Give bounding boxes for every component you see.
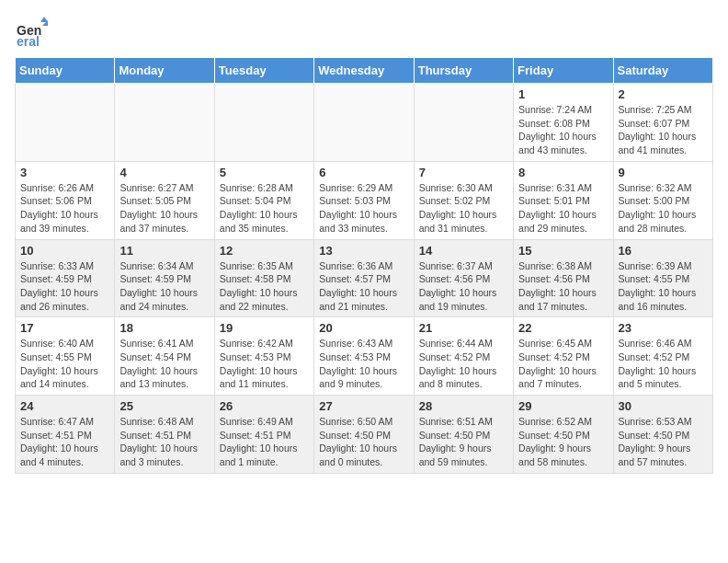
day-info: Sunrise: 6:37 AM Sunset: 4:56 PM Dayligh…	[419, 259, 508, 314]
calendar-cell: 20Sunrise: 6:43 AM Sunset: 4:53 PM Dayli…	[314, 317, 414, 396]
day-info: Sunrise: 6:46 AM Sunset: 4:52 PM Dayligh…	[619, 337, 708, 391]
day-info: Sunrise: 7:24 AM Sunset: 6:08 PM Dayligh…	[518, 103, 608, 157]
calendar-cell	[115, 84, 214, 162]
day-number: 14	[419, 244, 508, 258]
day-number: 28	[419, 399, 508, 413]
calendar-cell: 18Sunrise: 6:41 AM Sunset: 4:54 PM Dayli…	[115, 317, 214, 396]
day-number: 17	[20, 321, 109, 335]
calendar-cell: 25Sunrise: 6:48 AM Sunset: 4:51 PM Dayli…	[115, 396, 214, 474]
day-number: 25	[119, 399, 209, 413]
day-number: 15	[518, 244, 608, 258]
day-info: Sunrise: 6:33 AM Sunset: 4:59 PM Dayligh…	[20, 259, 109, 314]
day-number: 12	[220, 244, 309, 258]
day-number: 20	[319, 321, 408, 335]
day-number: 27	[319, 399, 408, 413]
day-number: 8	[518, 166, 608, 179]
calendar-cell: 15Sunrise: 6:38 AM Sunset: 4:56 PM Dayli…	[514, 239, 613, 317]
day-info: Sunrise: 6:49 AM Sunset: 4:51 PM Dayligh…	[220, 415, 309, 469]
day-info: Sunrise: 6:50 AM Sunset: 4:50 PM Dayligh…	[319, 415, 408, 469]
day-info: Sunrise: 6:35 AM Sunset: 4:58 PM Dayligh…	[220, 259, 309, 314]
day-info: Sunrise: 6:40 AM Sunset: 4:55 PM Dayligh…	[20, 337, 109, 391]
weekday-header-monday: Monday	[115, 58, 214, 84]
day-info: Sunrise: 6:45 AM Sunset: 4:52 PM Dayligh…	[518, 337, 608, 391]
calendar-cell	[314, 84, 414, 162]
calendar-cell	[16, 84, 115, 162]
day-number: 29	[518, 399, 608, 413]
calendar-week-3: 10Sunrise: 6:33 AM Sunset: 4:59 PM Dayli…	[16, 239, 713, 317]
logo: Gen eral	[15, 15, 51, 48]
calendar-cell: 28Sunrise: 6:51 AM Sunset: 4:50 PM Dayli…	[414, 396, 513, 474]
day-number: 9	[619, 166, 708, 179]
calendar-cell: 10Sunrise: 6:33 AM Sunset: 4:59 PM Dayli…	[16, 239, 115, 317]
day-info: Sunrise: 6:29 AM Sunset: 5:03 PM Dayligh…	[319, 181, 408, 236]
calendar-cell: 8Sunrise: 6:31 AM Sunset: 5:01 PM Daylig…	[514, 161, 613, 239]
day-info: Sunrise: 6:36 AM Sunset: 4:57 PM Dayligh…	[319, 259, 408, 314]
day-number: 2	[619, 87, 708, 101]
calendar-cell: 23Sunrise: 6:46 AM Sunset: 4:52 PM Dayli…	[613, 317, 712, 396]
calendar-cell: 1Sunrise: 7:24 AM Sunset: 6:08 PM Daylig…	[514, 84, 613, 162]
day-info: Sunrise: 6:51 AM Sunset: 4:50 PM Dayligh…	[419, 415, 508, 469]
day-info: Sunrise: 6:52 AM Sunset: 4:50 PM Dayligh…	[518, 415, 608, 469]
day-info: Sunrise: 6:26 AM Sunset: 5:06 PM Dayligh…	[20, 181, 109, 236]
page-header: Gen eral	[15, 15, 713, 48]
calendar-cell: 21Sunrise: 6:44 AM Sunset: 4:52 PM Dayli…	[414, 317, 513, 396]
calendar-week-2: 3Sunrise: 6:26 AM Sunset: 5:06 PM Daylig…	[16, 161, 713, 239]
calendar-cell: 22Sunrise: 6:45 AM Sunset: 4:52 PM Dayli…	[514, 317, 613, 396]
calendar-week-5: 24Sunrise: 6:47 AM Sunset: 4:51 PM Dayli…	[16, 396, 713, 474]
day-number: 3	[20, 166, 109, 179]
day-number: 19	[220, 321, 309, 335]
day-number: 4	[119, 166, 209, 179]
day-info: Sunrise: 6:47 AM Sunset: 4:51 PM Dayligh…	[20, 415, 109, 469]
calendar-cell	[414, 84, 513, 162]
logo-icon: Gen eral	[15, 15, 48, 48]
calendar-cell: 7Sunrise: 6:30 AM Sunset: 5:02 PM Daylig…	[414, 161, 513, 239]
calendar-week-4: 17Sunrise: 6:40 AM Sunset: 4:55 PM Dayli…	[16, 317, 713, 396]
calendar-cell: 5Sunrise: 6:28 AM Sunset: 5:04 PM Daylig…	[214, 161, 313, 239]
calendar-cell: 29Sunrise: 6:52 AM Sunset: 4:50 PM Dayli…	[514, 396, 613, 474]
day-number: 21	[419, 321, 508, 335]
calendar-cell: 27Sunrise: 6:50 AM Sunset: 4:50 PM Dayli…	[314, 396, 414, 474]
weekday-header-tuesday: Tuesday	[214, 58, 313, 84]
svg-text:eral: eral	[17, 34, 40, 48]
day-info: Sunrise: 6:43 AM Sunset: 4:53 PM Dayligh…	[319, 337, 408, 391]
calendar-cell: 13Sunrise: 6:36 AM Sunset: 4:57 PM Dayli…	[314, 239, 414, 317]
day-info: Sunrise: 6:28 AM Sunset: 5:04 PM Dayligh…	[220, 181, 309, 236]
day-info: Sunrise: 6:27 AM Sunset: 5:05 PM Dayligh…	[119, 181, 209, 236]
day-info: Sunrise: 6:31 AM Sunset: 5:01 PM Dayligh…	[518, 181, 608, 236]
calendar-header: SundayMondayTuesdayWednesdayThursdayFrid…	[16, 58, 713, 84]
calendar-cell	[214, 84, 313, 162]
day-info: Sunrise: 6:53 AM Sunset: 4:50 PM Dayligh…	[619, 415, 708, 469]
day-info: Sunrise: 6:30 AM Sunset: 5:02 PM Dayligh…	[419, 181, 508, 236]
day-number: 5	[220, 166, 309, 179]
day-number: 26	[220, 399, 309, 413]
calendar-cell: 24Sunrise: 6:47 AM Sunset: 4:51 PM Dayli…	[16, 396, 115, 474]
day-number: 7	[419, 166, 508, 179]
day-number: 22	[518, 321, 608, 335]
day-number: 1	[518, 87, 608, 101]
calendar-cell: 12Sunrise: 6:35 AM Sunset: 4:58 PM Dayli…	[214, 239, 313, 317]
day-number: 13	[319, 244, 408, 258]
day-number: 23	[619, 321, 708, 335]
weekday-header-wednesday: Wednesday	[314, 58, 414, 84]
weekday-header-friday: Friday	[514, 58, 613, 84]
day-number: 30	[619, 399, 708, 413]
day-info: Sunrise: 6:39 AM Sunset: 4:55 PM Dayligh…	[619, 259, 708, 314]
day-info: Sunrise: 7:25 AM Sunset: 6:07 PM Dayligh…	[619, 103, 708, 157]
day-number: 10	[20, 244, 109, 258]
calendar-cell: 30Sunrise: 6:53 AM Sunset: 4:50 PM Dayli…	[613, 396, 712, 474]
day-number: 24	[20, 399, 109, 413]
calendar-table: SundayMondayTuesdayWednesdayThursdayFrid…	[15, 57, 713, 474]
weekday-header-saturday: Saturday	[613, 58, 712, 84]
day-number: 11	[119, 244, 209, 258]
day-number: 6	[319, 166, 408, 179]
day-info: Sunrise: 6:44 AM Sunset: 4:52 PM Dayligh…	[419, 337, 508, 391]
calendar-cell: 17Sunrise: 6:40 AM Sunset: 4:55 PM Dayli…	[16, 317, 115, 396]
calendar-cell: 4Sunrise: 6:27 AM Sunset: 5:05 PM Daylig…	[115, 161, 214, 239]
calendar-cell: 14Sunrise: 6:37 AM Sunset: 4:56 PM Dayli…	[414, 239, 513, 317]
calendar-cell: 9Sunrise: 6:32 AM Sunset: 5:00 PM Daylig…	[613, 161, 712, 239]
calendar-cell: 3Sunrise: 6:26 AM Sunset: 5:06 PM Daylig…	[16, 161, 115, 239]
calendar-cell: 26Sunrise: 6:49 AM Sunset: 4:51 PM Dayli…	[214, 396, 313, 474]
calendar-cell: 6Sunrise: 6:29 AM Sunset: 5:03 PM Daylig…	[314, 161, 414, 239]
day-number: 18	[119, 321, 209, 335]
calendar-cell: 11Sunrise: 6:34 AM Sunset: 4:59 PM Dayli…	[115, 239, 214, 317]
